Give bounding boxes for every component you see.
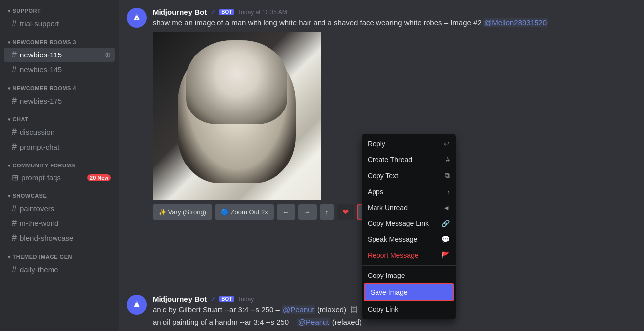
section-chat[interactable]: CHAT xyxy=(0,109,119,124)
channel-paintovers[interactable]: # paintovers xyxy=(4,201,115,216)
context-menu-reply[interactable]: Reply ↩ xyxy=(362,136,456,152)
message-text: show me an image of a man with long whit… xyxy=(153,17,636,28)
section-showcase[interactable]: SHOWCASE xyxy=(0,185,119,201)
channel-newbies-115[interactable]: # newbies-115 ⊕ xyxy=(4,48,115,62)
apps-label: Apps xyxy=(368,188,383,196)
hash-icon: # xyxy=(12,264,17,275)
section-support[interactable]: SUPPORT xyxy=(0,0,119,16)
timestamp: Today at 10:35 AM xyxy=(238,9,287,16)
copy-image-label: Copy Image xyxy=(368,272,405,279)
verified-icon-2: ✓ xyxy=(211,296,215,303)
ai-generated-image xyxy=(153,32,321,200)
context-menu-speak-message[interactable]: Speak Message 💬 xyxy=(362,231,456,247)
context-menu-save-image[interactable]: Save Image xyxy=(364,283,454,301)
context-menu: Reply ↩ Create Thread # Copy Text ⧉ Apps… xyxy=(362,134,456,319)
vary-strong-button[interactable]: ✨ Vary (Strong) xyxy=(153,204,212,220)
hash-icon: # xyxy=(12,64,17,75)
second-message-text: an c by Gilbert Stuart --ar 3:4 --s 250 … xyxy=(153,304,362,315)
hash-icon: # xyxy=(12,142,17,152)
channel-newbies-145[interactable]: # newbies-145 xyxy=(4,62,115,77)
context-menu-report-message[interactable]: Report Message 🚩 xyxy=(362,247,456,263)
create-thread-label: Create Thread xyxy=(368,156,412,164)
copy-link-label: Copy Link xyxy=(368,305,398,313)
report-message-label: Report Message xyxy=(368,251,419,259)
context-menu-copy-link[interactable]: Copy Link xyxy=(362,301,456,317)
channel-daily-theme[interactable]: # daily-theme xyxy=(4,262,115,276)
section-newcomer-3[interactable]: NEWCOMER ROOMS 3 xyxy=(0,31,119,47)
context-menu-apps[interactable]: Apps › xyxy=(362,184,456,200)
reply-label: Reply xyxy=(368,140,385,148)
heart-button[interactable]: ❤ xyxy=(337,204,354,220)
bot-name: Midjourney Bot xyxy=(153,8,207,16)
second-message-header: Midjourney Bot ✓ BOT Today xyxy=(153,295,362,303)
channel-discussion[interactable]: # discussion xyxy=(4,125,115,139)
hash-icon: # xyxy=(12,50,17,60)
link-icon: 🔗 xyxy=(441,220,450,227)
second-msg-prefix: an c xyxy=(153,305,166,314)
hash-icon: # xyxy=(12,127,17,137)
copy-text-label: Copy Text xyxy=(368,172,398,180)
channel-newbies-175[interactable]: # newbies-175 xyxy=(4,94,115,108)
message-image[interactable] xyxy=(153,32,321,200)
avatar-2 xyxy=(127,295,147,315)
hash-icon: # xyxy=(12,233,17,243)
hash-icon: # xyxy=(12,203,17,214)
add-member-icon[interactable]: ⊕ xyxy=(105,50,111,59)
speak-message-label: Speak Message xyxy=(368,235,417,243)
context-menu-copy-image[interactable]: Copy Image xyxy=(362,268,456,283)
channel-prompt-faqs[interactable]: ⊞ prompt-faqs 20 New xyxy=(4,171,115,184)
mark-unread-label: Mark Unread xyxy=(368,204,408,212)
section-themed-image-gen[interactable]: THEMED IMAGE GEN xyxy=(0,246,119,262)
arrow-up-button[interactable]: ↑ xyxy=(320,204,335,220)
mark-icon: ◄ xyxy=(443,204,450,212)
context-menu-divider xyxy=(362,265,456,266)
bot-badge: BOT xyxy=(219,9,234,15)
channel-prompt-chat[interactable]: # prompt-chat xyxy=(4,140,115,154)
arrow-right-button[interactable]: → xyxy=(298,204,317,220)
context-menu-create-thread[interactable]: Create Thread # xyxy=(362,152,456,167)
second-message-text-2: an oil painting of a handm --ar 3:4 --s … xyxy=(153,317,362,327)
copy-icon: ⧉ xyxy=(445,171,450,180)
verified-icon: ✓ xyxy=(211,9,215,16)
main-content: Midjourney Bot ✓ BOT Today at 10:35 AM s… xyxy=(119,0,644,331)
second-message-content: Midjourney Bot ✓ BOT Today an c by Gilbe… xyxy=(153,295,362,327)
message-header: Midjourney Bot ✓ BOT Today at 10:35 AM xyxy=(153,8,636,16)
section-community-forums[interactable]: COMMUNITY FORUMS xyxy=(0,155,119,170)
channel-blend-showcase[interactable]: # blend-showcase xyxy=(4,231,115,245)
chevron-right-icon: › xyxy=(447,188,450,196)
avatar xyxy=(127,8,147,28)
reply-icon: ↩ xyxy=(444,140,450,148)
forum-icon: ⊞ xyxy=(12,173,18,182)
section-newcomer-4[interactable]: NEWCOMER ROOMS 4 xyxy=(0,77,119,93)
hash-icon: # xyxy=(12,96,17,106)
zoom-out-button[interactable]: 🔵 Zoom Out 2x xyxy=(215,204,274,220)
context-menu-copy-message-link[interactable]: Copy Message Link 🔗 xyxy=(362,216,456,231)
context-menu-mark-unread[interactable]: Mark Unread ◄ xyxy=(362,200,456,216)
hash-icon: # xyxy=(12,218,17,228)
channel-trial-support[interactable]: # trial-support xyxy=(4,16,115,31)
speak-icon: 💬 xyxy=(441,235,450,243)
sidebar: SUPPORT # trial-support NEWCOMER ROOMS 3… xyxy=(0,0,119,331)
bot-badge-2: BOT xyxy=(219,296,234,302)
arrow-left-button[interactable]: ← xyxy=(277,204,295,220)
flag-icon: 🚩 xyxy=(441,251,450,259)
bot-name-2: Midjourney Bot xyxy=(153,295,207,303)
thread-icon: # xyxy=(446,156,450,164)
hash-icon: # xyxy=(12,18,17,29)
save-image-label: Save Image xyxy=(371,288,408,296)
image-icon: 🖼 xyxy=(350,305,358,314)
timestamp-2: Today xyxy=(238,296,254,303)
context-menu-copy-text[interactable]: Copy Text ⧉ xyxy=(362,167,456,184)
copy-message-link-label: Copy Message Link xyxy=(368,220,429,227)
channel-in-the-world[interactable]: # in-the-world xyxy=(4,216,115,230)
